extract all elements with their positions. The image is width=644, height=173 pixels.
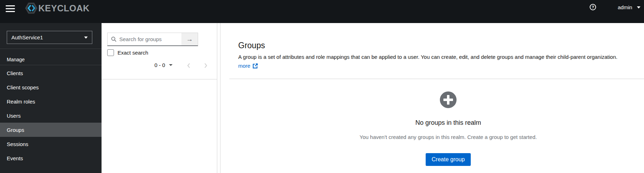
realm-selector[interactable]: AuthService1 <box>7 31 92 44</box>
help-icon[interactable]: ? <box>590 4 596 10</box>
chevron-down-icon <box>169 64 173 66</box>
chevron-down-icon <box>637 6 640 9</box>
username: admin <box>618 4 632 10</box>
groups-tree-panel: Search for groups → Exact search 0 - 0 <box>102 23 217 173</box>
search-input[interactable]: Search for groups <box>108 33 181 45</box>
pagination-prev-button[interactable] <box>187 63 191 68</box>
chevron-right-icon <box>203 63 208 68</box>
exact-search-row: Exact search <box>107 49 148 56</box>
pagination-range: 0 - 0 <box>154 62 165 68</box>
sidebar-nav: Clients Client scopes Realm roles Users … <box>0 66 102 165</box>
hamburger-menu-icon[interactable] <box>6 5 15 12</box>
sidebar-item-client-scopes[interactable]: Client scopes <box>0 80 102 94</box>
sidebar-item-events[interactable]: Events <box>0 151 102 165</box>
realm-name: AuthService1 <box>11 34 43 40</box>
keycloak-hexagon-icon <box>25 2 38 14</box>
page-description: A group is a set of attributes and role … <box>238 54 617 60</box>
sidebar-item-users[interactable]: Users <box>0 108 102 123</box>
exact-search-checkbox[interactable] <box>107 49 114 56</box>
main-content: Groups A group is a set of attributes an… <box>220 23 644 173</box>
external-link-icon <box>253 63 258 68</box>
sidebar-item-groups[interactable]: Groups <box>0 123 102 137</box>
exact-search-label[interactable]: Exact search <box>118 50 148 56</box>
panel-divider <box>102 79 217 79</box>
groups-search: Search for groups → <box>107 33 198 46</box>
keycloak-admin-console: KEYCLOAK ? admin AuthService1 Manage Cli… <box>0 0 644 173</box>
brand-text: KEYCLOAK <box>38 3 89 13</box>
sidebar-section-manage: Manage <box>7 57 25 62</box>
empty-state-title: No groups in this realm <box>236 119 644 127</box>
search-submit-button[interactable]: → <box>181 33 198 45</box>
content-divider <box>229 79 644 79</box>
plus-circle-icon <box>440 91 457 108</box>
sidebar-item-sessions[interactable]: Sessions <box>0 137 102 151</box>
pagination-next-button[interactable] <box>203 63 208 68</box>
pagination-toggle[interactable]: 0 - 0 <box>154 62 173 68</box>
empty-state-body: You haven't created any groups in this r… <box>236 134 644 140</box>
search-placeholder: Search for groups <box>119 36 162 42</box>
chevron-down-icon <box>84 37 88 39</box>
keycloak-logo[interactable]: KEYCLOAK <box>25 2 89 14</box>
masthead: KEYCLOAK ? admin <box>0 0 644 23</box>
chevron-left-icon <box>187 63 191 68</box>
more-link[interactable]: more <box>238 63 258 69</box>
search-icon <box>111 37 116 42</box>
user-menu[interactable]: admin <box>618 4 640 10</box>
empty-state: No groups in this realm You haven't crea… <box>236 91 644 166</box>
sidebar-divider <box>0 65 102 65</box>
sidebar: AuthService1 Manage Clients Client scope… <box>0 23 102 173</box>
sidebar-item-clients[interactable]: Clients <box>0 66 102 80</box>
create-group-button[interactable]: Create group <box>426 153 471 166</box>
page-title: Groups <box>238 41 265 50</box>
arrow-right-icon: → <box>186 36 193 43</box>
sidebar-item-realm-roles[interactable]: Realm roles <box>0 94 102 108</box>
sidebar-divider <box>0 49 102 49</box>
